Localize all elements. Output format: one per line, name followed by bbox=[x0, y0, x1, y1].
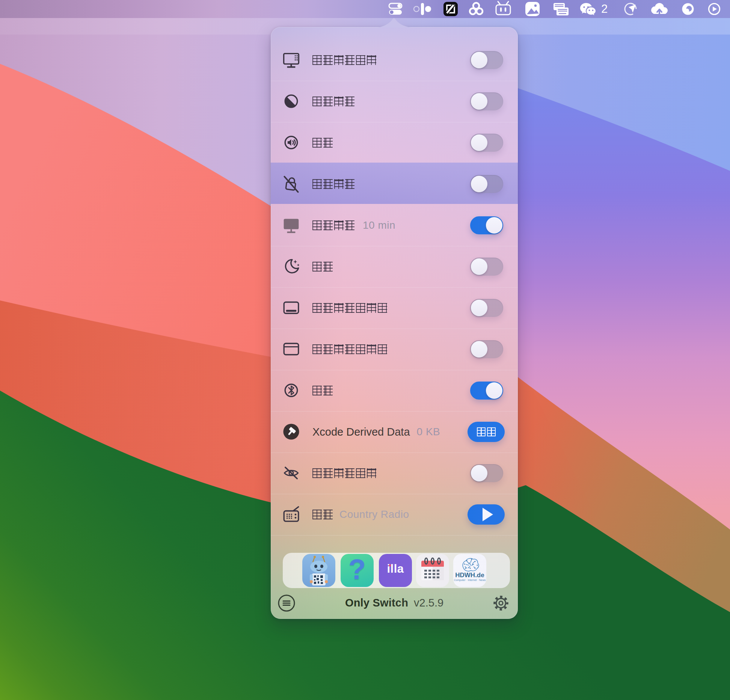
svg-text:Computer · Internet · News: Computer · Internet · News bbox=[454, 579, 486, 582]
svg-text:HDWH.de: HDWH.de bbox=[455, 572, 484, 579]
